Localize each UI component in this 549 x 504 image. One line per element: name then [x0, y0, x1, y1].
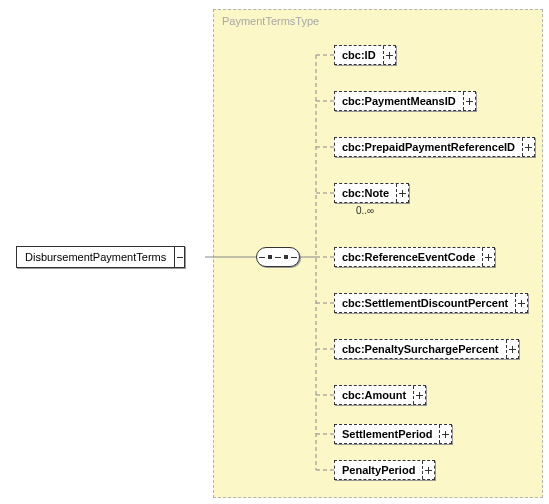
child-element[interactable]: cbc:SettlementDiscountPercent [334, 293, 528, 313]
expand-icon[interactable] [522, 138, 534, 156]
child-element[interactable]: cbc:ReferenceEventCode [334, 247, 495, 267]
child-element[interactable]: SettlementPeriod [334, 424, 452, 444]
child-label: cbc:ReferenceEventCode [335, 248, 482, 266]
expand-icon[interactable] [383, 46, 395, 64]
root-element[interactable]: DisbursementPaymentTerms [16, 246, 185, 268]
cardinality-label: 0..∞ [356, 205, 374, 216]
child-label: PenaltyPeriod [335, 461, 422, 479]
expand-icon[interactable] [515, 294, 527, 312]
expand-icon[interactable] [413, 386, 425, 404]
child-label: cbc:PrepaidPaymentReferenceID [335, 138, 522, 156]
child-element[interactable]: cbc:ID [334, 45, 396, 65]
expand-icon[interactable] [396, 184, 408, 202]
child-element[interactable]: cbc:Amount [334, 385, 426, 405]
sequence-compositor[interactable] [256, 247, 300, 267]
expand-icon[interactable] [422, 461, 434, 479]
child-label: cbc:Note [335, 184, 396, 202]
expand-icon[interactable] [482, 248, 494, 266]
child-element[interactable]: PenaltyPeriod [334, 460, 435, 480]
child-element[interactable]: cbc:PrepaidPaymentReferenceID [334, 137, 535, 157]
child-element[interactable]: cbc:Note [334, 183, 409, 203]
diagram-canvas: PaymentTermsType DisbursementPaymentTerm… [0, 0, 549, 504]
child-element[interactable]: cbc:PenaltySurchargePercent [334, 339, 519, 359]
child-label: cbc:ID [335, 46, 383, 64]
expand-icon [174, 247, 184, 267]
root-element-label: DisbursementPaymentTerms [17, 247, 174, 267]
expand-icon[interactable] [463, 92, 475, 110]
expand-icon[interactable] [439, 425, 451, 443]
child-label: cbc:PenaltySurchargePercent [335, 340, 506, 358]
child-element[interactable]: cbc:PaymentMeansID [334, 91, 476, 111]
child-label: cbc:PaymentMeansID [335, 92, 463, 110]
type-name-label: PaymentTermsType [222, 15, 319, 27]
child-label: SettlementPeriod [335, 425, 439, 443]
child-label: cbc:SettlementDiscountPercent [335, 294, 515, 312]
expand-icon[interactable] [506, 340, 518, 358]
child-label: cbc:Amount [335, 386, 413, 404]
